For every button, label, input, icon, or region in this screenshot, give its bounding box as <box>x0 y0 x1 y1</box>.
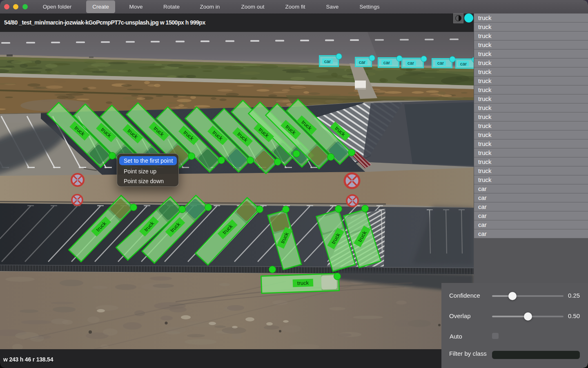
svg-text:car: car <box>324 59 331 64</box>
svg-text:car: car <box>460 61 467 66</box>
svg-text:car: car <box>437 61 444 65</box>
svg-text:truck: truck <box>297 280 309 286</box>
svg-text:car: car <box>359 60 365 65</box>
svg-text:car: car <box>408 61 414 65</box>
svg-text:car: car <box>383 60 390 65</box>
